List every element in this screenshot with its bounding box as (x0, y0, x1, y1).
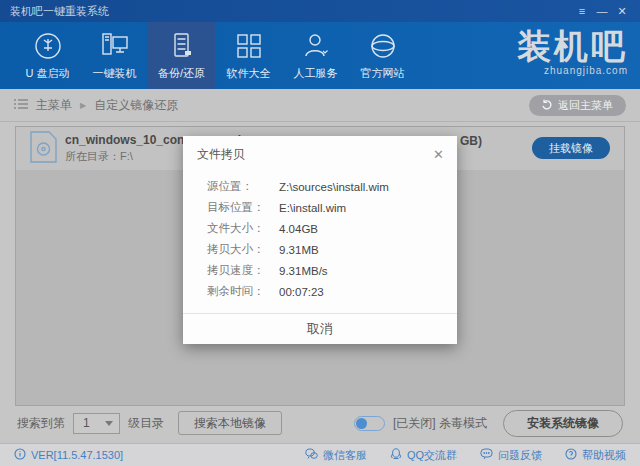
toggle-knob (356, 418, 367, 429)
dialog-footer: 取消 (183, 313, 457, 344)
wechat-support-link[interactable]: 微信客服 (305, 448, 367, 463)
nav-item-label: 人工服务 (294, 66, 338, 81)
dialog-body: 源位置： Z:\sources\install.wim 目标位置： E:\ins… (183, 170, 457, 304)
mount-image-button[interactable]: 挂载镜像 (532, 137, 610, 159)
disc-image-icon (30, 131, 57, 167)
usb-icon (33, 31, 63, 61)
nav-item-software[interactable]: 软件大全 (215, 22, 282, 89)
search-local-images-button[interactable]: 搜索本地镜像 (178, 411, 282, 435)
antivirus-toggle-group: [已关闭] 杀毒模式 (354, 415, 487, 432)
copy-field-speed: 拷贝速度： 9.31MB/s (207, 260, 443, 281)
version-info[interactable]: VER[11.5.47.1530] (14, 448, 123, 462)
breadcrumb: 主菜单 ▶ 自定义镜像还原 返回主菜单 (0, 89, 640, 122)
nav-item-label: 一键装机 (93, 66, 137, 81)
feedback-link[interactable]: 问题反馈 (480, 448, 542, 463)
nav-item-label: 软件大全 (227, 66, 271, 81)
search-depth-prefix: 搜索到第 (17, 415, 65, 432)
search-depth-value: 1 (83, 416, 105, 430)
cancel-button[interactable]: 取消 (307, 320, 333, 338)
version-text: VER[11.5.47.1530] (31, 449, 123, 461)
brand-logo: 装机吧 zhuangjiba.com (517, 28, 628, 76)
logo-domain: zhuangjiba.com (517, 65, 628, 76)
logo-text: 装机吧 (517, 28, 628, 64)
title-bar: 装机吧一键重装系统 ≡ — ✕ (0, 0, 640, 22)
bottom-controls: 搜索到第 1 级目录 搜索本地镜像 [已关闭] 杀毒模式 安装系统镜像 (0, 405, 640, 441)
nav-item-website[interactable]: 官方网站 (349, 22, 416, 89)
nav-item-support[interactable]: 人工服务 (282, 22, 349, 89)
nav-item-one-key-install[interactable]: 一键装机 (81, 22, 148, 89)
apps-grid-icon (234, 31, 264, 61)
file-copy-dialog: 文件拷贝 ✕ 源位置： Z:\sources\install.wim 目标位置：… (183, 136, 457, 344)
breadcrumb-separator-icon: ▶ (80, 101, 86, 110)
footer-links: 微信客服 QQ交流群 问题反馈 (305, 448, 626, 463)
qq-group-link[interactable]: QQ交流群 (390, 448, 457, 463)
back-to-menu-button[interactable]: 返回主菜单 (529, 95, 626, 116)
dialog-title: 文件拷贝 (197, 146, 245, 163)
copy-field-file-size: 文件大小： 4.04GB (207, 218, 443, 239)
nav-item-label: 备份/还原 (158, 66, 205, 81)
close-icon[interactable]: ✕ (612, 0, 632, 22)
dialog-close-icon[interactable]: ✕ (433, 148, 444, 161)
minimize-icon[interactable]: — (592, 0, 612, 22)
app-window: 装机吧一键重装系统 ≡ — ✕ U 盘启动 一键装机 (0, 0, 640, 466)
antivirus-toggle-label: [已关闭] 杀毒模式 (393, 415, 487, 432)
copy-field-source: 源位置： Z:\sources\install.wim (207, 176, 443, 197)
backup-icon (167, 31, 197, 61)
image-file-size-fragment: GB) (460, 134, 482, 148)
info-icon (14, 448, 26, 462)
menu-icon[interactable]: ≡ (572, 0, 592, 22)
feedback-icon (480, 448, 493, 462)
antivirus-toggle[interactable] (354, 416, 385, 431)
copy-field-copied-size: 拷贝大小： 9.31MB (207, 239, 443, 260)
install-system-image-button[interactable]: 安装系统镜像 (503, 410, 623, 437)
back-arrow-icon (542, 99, 553, 112)
footer-bar: VER[11.5.47.1530] 微信客服 QQ交流群 (0, 443, 640, 466)
copy-field-time-remaining: 剩余时间： 00:07:23 (207, 281, 443, 302)
wechat-icon (305, 448, 318, 462)
nav-item-label: 官方网站 (361, 66, 405, 81)
window-controls: ≡ — ✕ (572, 0, 640, 22)
list-icon (14, 96, 28, 114)
nav-item-backup-restore[interactable]: 备份/还原 (148, 22, 215, 89)
dialog-header: 文件拷贝 ✕ (183, 136, 457, 170)
help-icon (565, 448, 577, 462)
main-nav: U 盘启动 一键装机 备份/还原 (0, 22, 640, 89)
globe-icon (368, 31, 398, 61)
support-person-icon (301, 31, 331, 61)
chevron-down-icon (105, 421, 113, 426)
nav-item-usb-boot[interactable]: U 盘启动 (14, 22, 81, 89)
search-depth-select[interactable]: 1 (73, 413, 120, 434)
search-depth-suffix: 级目录 (128, 415, 164, 432)
window-title: 装机吧一键重装系统 (0, 4, 572, 19)
computer-icon (99, 31, 131, 61)
breadcrumb-root[interactable]: 主菜单 (36, 97, 72, 114)
help-videos-link[interactable]: 帮助视频 (565, 448, 626, 463)
breadcrumb-current: 自定义镜像还原 (94, 97, 178, 114)
nav-item-label: U 盘启动 (26, 66, 70, 81)
copy-field-target: 目标位置： E:\install.wim (207, 197, 443, 218)
qq-icon (390, 448, 402, 462)
